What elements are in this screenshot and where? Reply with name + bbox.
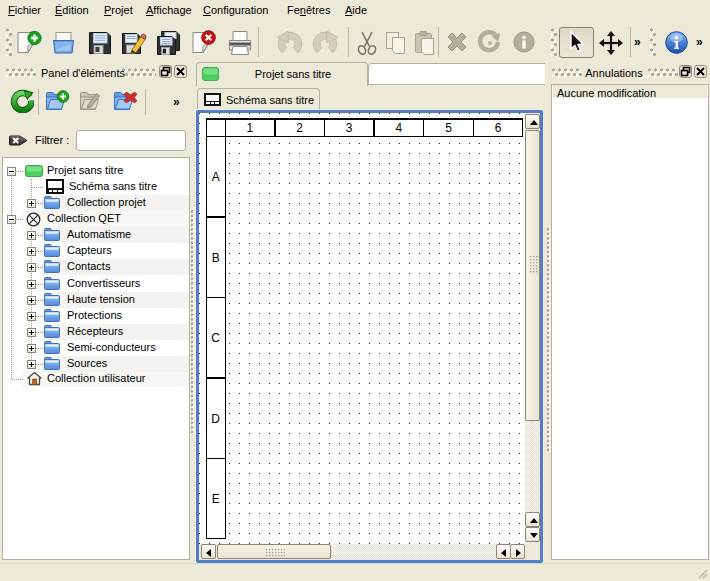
svg-text:A: A (212, 170, 220, 184)
svg-text:E: E (212, 492, 220, 506)
svg-text:6: 6 (495, 121, 502, 135)
svg-text:B: B (212, 251, 220, 265)
svg-text:2: 2 (296, 121, 303, 135)
svg-text:3: 3 (346, 121, 353, 135)
svg-text:C: C (211, 331, 220, 345)
svg-text:1: 1 (246, 121, 253, 135)
svg-text:5: 5 (445, 121, 452, 135)
svg-text:D: D (211, 412, 220, 426)
svg-text:4: 4 (395, 121, 402, 135)
